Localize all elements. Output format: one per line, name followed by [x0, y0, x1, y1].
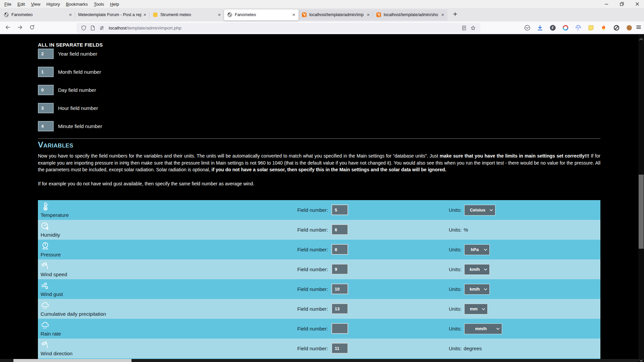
scroll-up-icon[interactable]: [639, 36, 643, 39]
app-menu-button[interactable]: [635, 24, 643, 32]
chevron-down-icon: [484, 268, 487, 271]
vertical-scrollbar[interactable]: [638, 35, 644, 362]
variable-label: Wind gust: [41, 291, 63, 297]
page-content: ALL IN SEPARATE FIELDS Year field number…: [0, 35, 638, 362]
pocket-icon[interactable]: [523, 24, 531, 32]
field-number-input[interactable]: [331, 343, 348, 354]
browser-tab[interactable]: localhost/template/admin/imp ×: [299, 9, 373, 20]
field-number-input[interactable]: [38, 49, 54, 59]
back-button[interactable]: [3, 23, 13, 33]
reload-icon: [29, 24, 35, 32]
minimize-icon[interactable]: [604, 2, 608, 6]
xampp-icon: [376, 12, 381, 17]
scroll-down-icon[interactable]: [639, 357, 643, 360]
reload-button[interactable]: [27, 23, 37, 33]
tab-close-button[interactable]: ×: [290, 11, 297, 18]
extension-icons: F: [523, 21, 633, 34]
shield-icon[interactable]: [79, 25, 88, 31]
menu-file[interactable]: File: [1, 2, 14, 7]
variable-label: Cumulative daily precipitation: [41, 311, 106, 317]
menu-history[interactable]: History: [43, 2, 63, 7]
forward-button[interactable]: [15, 23, 25, 33]
tab-bar: Fanometeo × Meteotemplate Forum - Post a…: [0, 8, 644, 21]
menu-edit[interactable]: Edit: [14, 2, 28, 7]
new-tab-button[interactable]: [450, 10, 460, 20]
download-icon[interactable]: [536, 24, 544, 32]
forward-icon: [17, 24, 23, 32]
units-select[interactable]: mm: [464, 304, 488, 314]
field-number-input[interactable]: [38, 103, 54, 113]
table-row: Rain rate Field number: Units: mm/h: [38, 319, 600, 339]
flame-icon[interactable]: [600, 24, 608, 32]
units-select[interactable]: km/h: [464, 264, 490, 275]
tab-close-button[interactable]: ×: [216, 11, 223, 18]
bookmark-star-icon[interactable]: [469, 25, 478, 31]
cookie-icon[interactable]: [625, 24, 633, 32]
vertical-scrollbar-thumb[interactable]: [639, 175, 644, 249]
units-cell: Units: km/h: [449, 259, 490, 279]
field-number-input[interactable]: [331, 224, 348, 235]
units-select[interactable]: mm/h: [464, 323, 502, 334]
windsock-icon: [41, 261, 50, 270]
dark-wheel-icon[interactable]: [612, 24, 621, 32]
browser-tab[interactable]: Meteotemplate Forum - Post a reply ×: [75, 9, 150, 20]
tab-close-button[interactable]: ×: [67, 11, 74, 18]
units-select[interactable]: hPa: [464, 244, 490, 255]
field-number-input[interactable]: [331, 204, 348, 215]
reader-mode-icon[interactable]: [460, 25, 469, 31]
browser-tab[interactable]: Fanometeo ×: [1, 9, 75, 20]
horizontal-scrollbar[interactable]: [0, 359, 638, 362]
close-icon[interactable]: [635, 2, 639, 6]
menu-bookmarks[interactable]: Bookmarks: [63, 2, 91, 7]
navigation-toolbar: localhost/template/admin/import.php F: [0, 21, 644, 34]
ring-icon[interactable]: [561, 24, 570, 32]
tab-title: Fanometeo: [235, 12, 290, 17]
url-host: localhost: [109, 25, 126, 31]
browser-tab[interactable]: localhost/template/admin/sho ×: [373, 9, 447, 20]
separate-field-row: Minute field number: [38, 121, 102, 131]
yellow-page-icon: [153, 12, 158, 17]
table-row: Cumulative daily precipitation Field num…: [38, 299, 600, 319]
tab-title: Fanometeo: [11, 12, 67, 17]
units-value: %: [464, 227, 468, 233]
field-number-input[interactable]: [331, 264, 348, 275]
field-number-input[interactable]: [38, 85, 54, 95]
field-number-input[interactable]: [38, 67, 54, 77]
umbrella-icon[interactable]: [574, 24, 582, 32]
menu-help[interactable]: Help: [107, 2, 122, 7]
horizontal-scrollbar-thumb[interactable]: [13, 359, 131, 362]
chevron-down-icon: [484, 288, 487, 291]
field-number-input[interactable]: [331, 244, 348, 255]
units-cell: Units: %: [449, 220, 468, 240]
tab-close-button[interactable]: ×: [439, 11, 446, 18]
menu-tools[interactable]: Tools: [91, 2, 107, 7]
browser-tab[interactable]: Strumenti meteo ×: [150, 9, 224, 20]
page-icon[interactable]: [88, 25, 97, 31]
permissions-icon[interactable]: [97, 25, 106, 31]
field-number-input[interactable]: [331, 323, 348, 334]
separate-field-row: Month field number: [38, 67, 101, 77]
back-icon: [5, 24, 11, 32]
field-number-input[interactable]: [331, 303, 348, 314]
url-text[interactable]: localhost/template/admin/import.php: [109, 25, 460, 31]
variable-label: Pressure: [41, 252, 61, 257]
sticky-note-icon[interactable]: [587, 24, 595, 32]
units-select-value: hPa: [471, 247, 479, 252]
units-select[interactable]: km/h: [464, 284, 490, 295]
field-number-input[interactable]: [331, 284, 348, 294]
f-badge-icon[interactable]: F: [549, 24, 557, 32]
tab-close-button[interactable]: ×: [365, 11, 372, 18]
variables-note: If for example you do not have wind gust…: [38, 181, 600, 186]
tab-close-button[interactable]: ×: [142, 11, 148, 18]
menu-view[interactable]: View: [28, 2, 43, 7]
field-number-input[interactable]: [38, 121, 54, 131]
browser-tab[interactable]: Fanometeo ×: [224, 9, 299, 20]
thermometer-icon: [41, 202, 50, 211]
url-bar[interactable]: localhost/template/admin/import.php: [76, 23, 480, 33]
table-row: Humidity Field number: Units: %: [38, 220, 600, 240]
separate-field-row: Hour field number: [38, 103, 98, 113]
separate-field-row: Day field number: [38, 85, 96, 95]
restore-icon[interactable]: [620, 2, 624, 6]
variable-label: Rain rate: [41, 331, 61, 337]
units-select[interactable]: Celsius: [464, 205, 495, 216]
